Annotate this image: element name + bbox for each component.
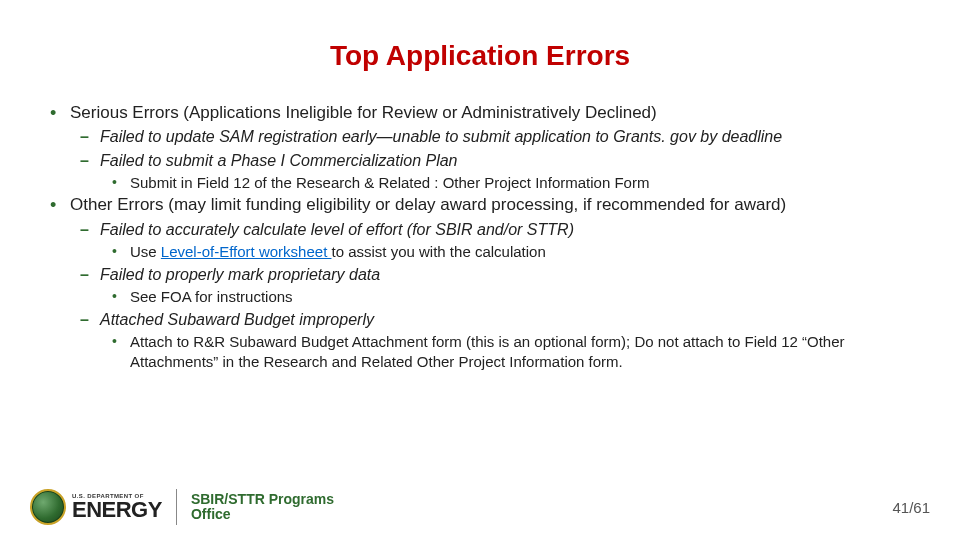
bullet-level3: Attach to R&R Subaward Budget Attachment… (130, 332, 920, 372)
doe-seal-icon (30, 489, 66, 525)
bullet-level3: See FOA for instructions (130, 287, 920, 307)
program-line1: SBIR/STTR Programs (191, 491, 334, 507)
footer: U.S. DEPARTMENT OF ENERGY SBIR/STTR Prog… (0, 489, 960, 525)
bullet-level2: Failed to submit a Phase I Commercializa… (100, 150, 920, 193)
program-line2: Office (191, 506, 231, 522)
worksheet-link[interactable]: Level-of-Effort worksheet (161, 243, 332, 260)
bullet-level2: Failed to properly mark proprietary data… (100, 264, 920, 307)
bullet-level1: Serious Errors (Applications Ineligible … (70, 102, 920, 192)
page-number: 41/61 (892, 499, 930, 516)
energy-logo: U.S. DEPARTMENT OF ENERGY (30, 489, 162, 525)
program-office: SBIR/STTR Programs Office (191, 492, 334, 523)
slide-body: Serious Errors (Applications Ineligible … (40, 102, 920, 371)
bullet-level3: Submit in Field 12 of the Research & Rel… (130, 173, 920, 193)
bullet-level2: Failed to accurately calculate level of … (100, 219, 920, 262)
bullet-level3: Use Level-of-Effort worksheet to assist … (130, 242, 920, 262)
slide-title: Top Application Errors (0, 40, 960, 72)
bullet-level1: Other Errors (may limit funding eligibil… (70, 194, 920, 371)
bullet-level2: Attached Subaward Budget improperlyAttac… (100, 309, 920, 372)
bullet-level2: Failed to update SAM registration early—… (100, 126, 920, 147)
dept-big-text: ENERGY (72, 500, 162, 520)
footer-divider (176, 489, 177, 525)
